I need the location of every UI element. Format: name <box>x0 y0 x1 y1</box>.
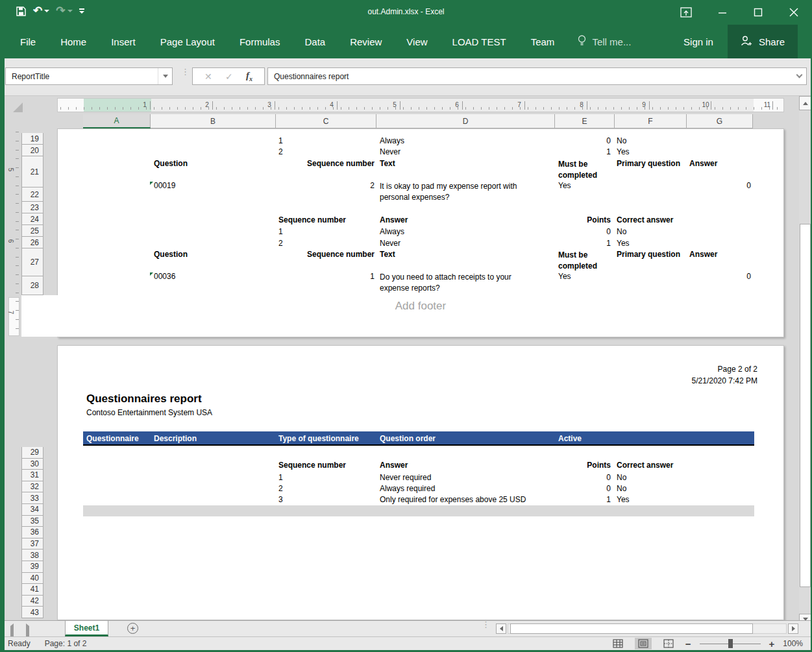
cell[interactable]: Answer <box>689 250 717 260</box>
cell[interactable]: 00019 <box>154 181 175 191</box>
cell[interactable]: 0 <box>746 181 751 191</box>
cell[interactable]: Sequence number <box>278 215 346 225</box>
column-header-a[interactable]: A <box>83 114 151 128</box>
row-header-38[interactable]: 38 <box>21 549 43 561</box>
cell[interactable]: 0 <box>606 484 611 494</box>
cell[interactable]: Yes <box>617 147 630 157</box>
cell[interactable]: Always <box>380 136 404 146</box>
row-header-29[interactable]: 29 <box>21 447 43 459</box>
row-header-21[interactable]: 21 <box>21 156 43 187</box>
cell[interactable]: Answer <box>380 215 408 225</box>
row-header-41[interactable]: 41 <box>21 584 43 596</box>
row-header-37[interactable]: 37 <box>21 538 43 550</box>
undo-dropdown-icon[interactable] <box>44 10 49 12</box>
hscroll-right-button[interactable] <box>788 623 798 634</box>
cell[interactable]: Primary question <box>617 250 680 260</box>
row-header-19[interactable]: 19 <box>21 133 43 145</box>
column-header-b[interactable]: B <box>151 114 276 128</box>
cell[interactable]: Correct answer <box>617 215 673 225</box>
save-icon[interactable] <box>16 6 27 17</box>
row-header-24[interactable]: 24 <box>21 213 43 225</box>
row-header-30[interactable]: 30 <box>21 459 43 470</box>
cell[interactable]: 2 <box>370 181 375 191</box>
cell[interactable]: Text <box>380 159 395 169</box>
name-box-value[interactable]: ReportTitle <box>6 72 158 81</box>
cell[interactable]: 00036 <box>154 272 175 282</box>
ribbon-tab-review[interactable]: Review <box>338 25 394 58</box>
column-header-f[interactable]: F <box>615 114 687 128</box>
zoom-slider[interactable] <box>700 639 761 648</box>
cell[interactable]: Description <box>154 434 197 444</box>
row-header-42[interactable]: 42 <box>21 596 43 607</box>
cell[interactable]: 1 <box>278 473 283 483</box>
cell[interactable]: Primary question <box>617 159 680 169</box>
cell[interactable]: Yes <box>617 239 630 248</box>
row-header-28[interactable]: 28 <box>21 276 43 295</box>
ribbon-tab-data[interactable]: Data <box>292 25 338 58</box>
report-title-cell[interactable]: Questionnaires report <box>86 392 202 405</box>
cell[interactable]: Always <box>380 227 404 237</box>
ribbon-tab-team[interactable]: Team <box>519 25 567 58</box>
cell[interactable]: Yes <box>558 181 571 191</box>
table-footer-band[interactable] <box>83 505 754 516</box>
row-header-39[interactable]: 39 <box>21 561 43 573</box>
page-break-preview-button[interactable] <box>660 638 677 649</box>
ribbon-tab-view[interactable]: View <box>394 25 439 58</box>
row-header-43[interactable]: 43 <box>21 607 43 618</box>
select-all-corner[interactable] <box>13 103 23 112</box>
row-header-35[interactable]: 35 <box>21 516 43 527</box>
cell[interactable]: It is okay to pad my expense report with… <box>380 181 535 203</box>
cell[interactable]: 3 <box>278 495 283 505</box>
row-header-36[interactable]: 36 <box>21 527 43 538</box>
customize-qat-icon[interactable] <box>79 8 84 14</box>
cell[interactable]: 1 <box>606 147 611 157</box>
cell[interactable]: 0 <box>606 136 611 146</box>
cell[interactable]: No <box>617 473 626 483</box>
cell[interactable]: 1 <box>278 136 283 146</box>
cell[interactable]: Sequence number <box>278 461 346 470</box>
cell[interactable]: Only required for expenses above 25 USD <box>380 495 526 505</box>
sheet-tab-sheet1[interactable]: Sheet1 <box>65 621 108 636</box>
zoom-in-button[interactable]: + <box>769 639 775 649</box>
page-layout-view-button[interactable] <box>635 638 652 649</box>
page-2[interactable] <box>57 345 784 620</box>
new-sheet-button[interactable]: + <box>127 623 138 634</box>
column-header-e[interactable]: E <box>555 114 615 128</box>
column-header-c[interactable]: C <box>276 114 376 128</box>
cell[interactable]: Must be completed <box>558 159 609 181</box>
cell[interactable]: 2 <box>278 239 283 248</box>
cell[interactable]: Sequence number <box>307 250 375 260</box>
normal-view-button[interactable] <box>609 638 626 649</box>
cell[interactable]: Answer <box>689 159 717 169</box>
cell[interactable]: 0 <box>746 272 751 282</box>
cell[interactable]: Must be completed <box>558 250 609 272</box>
cell[interactable]: Active <box>558 434 582 444</box>
add-footer-placeholder[interactable]: Add footer <box>362 300 479 313</box>
formula-value[interactable]: Questionnaires report <box>268 72 792 81</box>
row-header-34[interactable]: 34 <box>21 504 43 516</box>
ribbon-tab-insert[interactable]: Insert <box>99 25 148 58</box>
column-header-g[interactable]: G <box>687 114 753 128</box>
cell[interactable]: 1 <box>370 272 375 282</box>
zoom-out-button[interactable]: − <box>685 639 691 649</box>
cell[interactable]: Correct answer <box>617 461 673 470</box>
vertical-scrollbar-thumb[interactable] <box>800 224 811 587</box>
cell[interactable]: 2 <box>278 147 283 157</box>
tell-me-box[interactable]: Tell me... <box>577 25 631 58</box>
cell[interactable]: Question order <box>380 434 436 444</box>
ribbon-tab-load-test[interactable]: LOAD TEST <box>440 25 519 58</box>
row-header-23[interactable]: 23 <box>21 202 43 213</box>
cell[interactable]: 2 <box>278 484 283 494</box>
name-box[interactable]: ReportTitle <box>5 67 173 85</box>
row-header-32[interactable]: 32 <box>21 481 43 493</box>
cell[interactable]: 0 <box>606 227 611 237</box>
maximize-button[interactable] <box>750 4 767 21</box>
ribbon-tab-file[interactable]: File <box>8 25 48 58</box>
cell[interactable]: Always required <box>380 484 435 494</box>
undo-button[interactable]: ↶ <box>33 5 49 18</box>
horizontal-scrollbar-thumb[interactable] <box>510 623 753 634</box>
zoom-slider-thumb[interactable] <box>728 639 733 648</box>
cell[interactable]: Points <box>587 461 611 470</box>
cell[interactable]: 1 <box>606 239 611 248</box>
share-button[interactable]: Share <box>728 25 798 58</box>
